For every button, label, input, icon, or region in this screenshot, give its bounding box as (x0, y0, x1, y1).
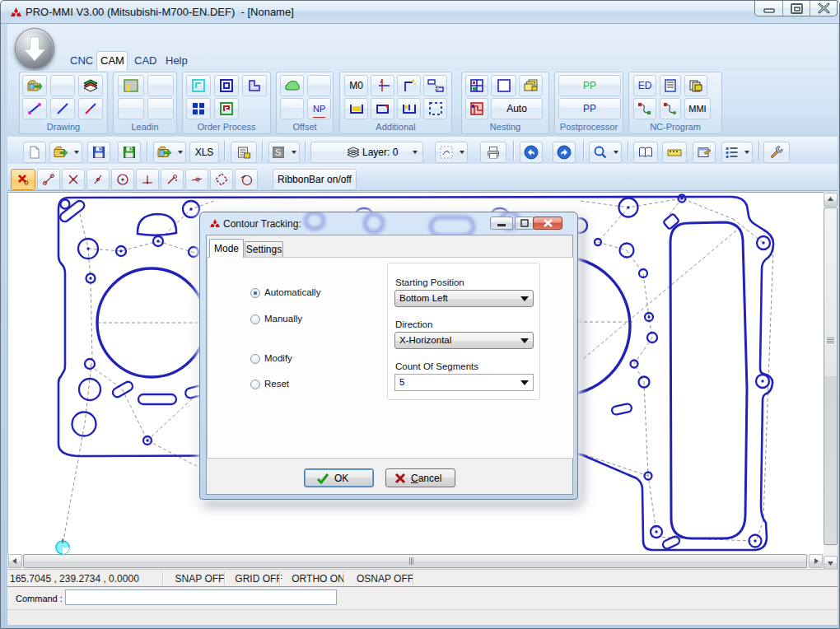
svg-text:S: S (275, 147, 281, 157)
